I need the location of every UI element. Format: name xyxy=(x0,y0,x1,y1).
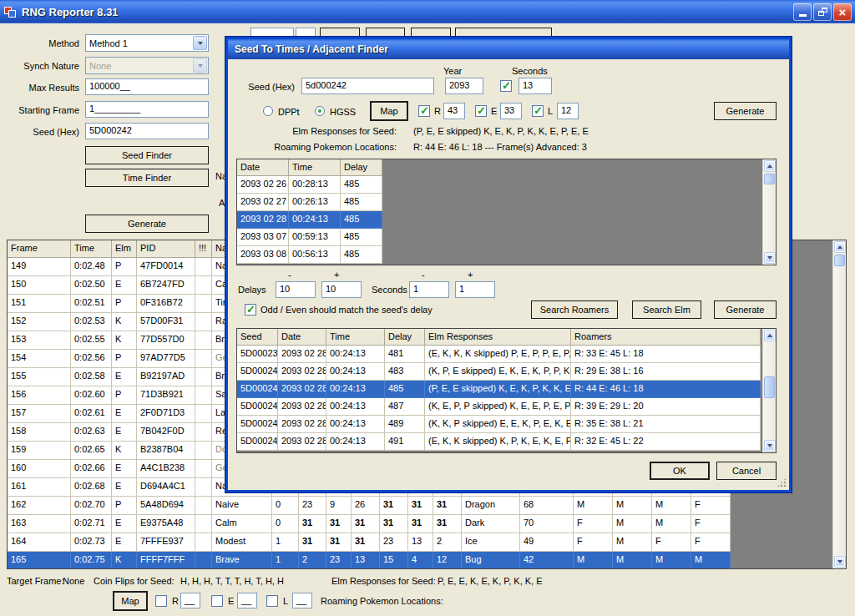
adjacents-table-scrollbar[interactable] xyxy=(762,329,776,452)
footer-e-label: E xyxy=(228,596,234,606)
scroll-down-icon[interactable] xyxy=(834,556,846,568)
cell: Naive xyxy=(212,497,272,515)
table-row[interactable]: 5D0002422093 02 2800:24:13485(P, E, E sk… xyxy=(237,381,762,398)
footer-e-input[interactable]: __ xyxy=(237,593,257,608)
scroll-thumb[interactable] xyxy=(764,174,775,184)
column-header[interactable]: Seed xyxy=(237,329,278,346)
scroll-down-icon[interactable] xyxy=(764,252,776,264)
dialog-e-input[interactable]: 33 xyxy=(500,103,522,119)
seed-finder-button[interactable]: Seed Finder xyxy=(85,146,209,164)
footer-e-checkbox[interactable]: ✓ xyxy=(211,595,223,607)
times-table-scrollbar[interactable] xyxy=(762,159,776,265)
second-minus-input[interactable]: 1 xyxy=(409,281,449,298)
column-header[interactable]: Elm Responses xyxy=(425,329,571,346)
footer-map-button[interactable]: Map xyxy=(113,591,148,611)
table-row[interactable]: 2093 02 2800:24:13485 xyxy=(237,211,762,229)
times-table: DateTimeDelay2093 02 2600:28:134852093 0… xyxy=(236,159,777,265)
table-row[interactable]: 1650:02.75KFFFF7FFFBrave12231315412Bug42… xyxy=(8,552,832,568)
search-roamers-button[interactable]: Search Roamers xyxy=(531,300,618,319)
delay-minus-input[interactable]: 10 xyxy=(276,281,316,298)
close-button[interactable]: × xyxy=(833,3,852,21)
column-header[interactable]: PID xyxy=(137,240,195,258)
cell: 2093 02 28 xyxy=(278,416,326,433)
column-header[interactable]: Time xyxy=(326,329,385,346)
footer-r-checkbox[interactable]: ✓ xyxy=(155,595,167,607)
dialog-seed-input[interactable]: 5d000242 xyxy=(301,78,434,94)
table-row[interactable]: 5D0002482093 02 2800:24:13491(E, K, K sk… xyxy=(237,433,762,451)
cell: B92197AD xyxy=(137,368,195,386)
cell: 00:28:13 xyxy=(289,176,341,194)
scroll-down-icon[interactable] xyxy=(764,440,776,452)
scroll-thumb[interactable] xyxy=(834,255,845,266)
column-header[interactable]: Date xyxy=(237,159,289,176)
search-elm-button[interactable]: Search Elm xyxy=(632,300,701,319)
second-plus-input[interactable]: 1 xyxy=(455,281,495,298)
column-header[interactable]: Date xyxy=(278,329,326,346)
dialog-map-button[interactable]: Map xyxy=(370,101,408,121)
ok-button[interactable]: OK xyxy=(650,462,710,480)
chevron-down-icon[interactable] xyxy=(193,36,207,50)
table-row[interactable]: 1630:02.71EE9375A48Calm0313131313131Dark… xyxy=(8,515,832,533)
table-row[interactable]: 2093 03 0800:56:13485 xyxy=(237,246,762,264)
scroll-up-icon[interactable] xyxy=(764,160,776,172)
column-header[interactable]: Frame xyxy=(8,240,71,258)
delay-plus-input[interactable]: 10 xyxy=(321,281,362,298)
dppt-radio[interactable] xyxy=(263,106,273,116)
year-input[interactable]: 2093 xyxy=(445,78,483,94)
restore-button[interactable] xyxy=(813,3,832,21)
odd-even-checkbox[interactable]: ✓ xyxy=(245,304,256,316)
footer-l-checkbox[interactable]: ✓ xyxy=(266,595,278,607)
delay-minus-label: - xyxy=(288,270,291,280)
table-row[interactable]: 2093 02 2600:28:13485 xyxy=(237,176,762,194)
dialog-generate-button[interactable]: Generate xyxy=(714,102,777,120)
seed-hex-input[interactable]: 5D000242 xyxy=(85,123,209,139)
table-row[interactable]: 5D0002402093 02 2800:24:13483(K, P, E sk… xyxy=(237,363,762,381)
table-row[interactable]: 2093 02 2700:26:13485 xyxy=(237,194,762,211)
hgss-radio[interactable] xyxy=(315,106,325,116)
scroll-up-icon[interactable] xyxy=(834,241,846,253)
column-header[interactable]: Roamers xyxy=(571,329,761,346)
cell: 485 xyxy=(341,229,382,246)
dialog-r-checkbox[interactable]: ✓ xyxy=(418,105,430,117)
time-finder-button[interactable]: Time Finder xyxy=(85,169,209,187)
footer-r-input[interactable]: __ xyxy=(180,593,200,608)
table-row[interactable]: 1640:02.73E7FFFE937Modest131313123132Ice… xyxy=(8,533,832,552)
max-results-input[interactable]: 100000__ xyxy=(85,78,209,95)
cell: 150 xyxy=(8,276,71,295)
table-row[interactable]: 2093 03 0700:59:13485 xyxy=(237,229,762,246)
dialog-generate2-button[interactable]: Generate xyxy=(714,300,777,319)
generate-button[interactable]: Generate xyxy=(85,215,209,233)
dialog-r-input[interactable]: 43 xyxy=(443,103,465,119)
dialog-e-checkbox[interactable]: ✓ xyxy=(475,105,487,117)
dialog-l-input[interactable]: 12 xyxy=(557,103,579,119)
table-row[interactable]: 5D00023E2093 02 2800:24:13481(E, K, K, K… xyxy=(237,346,762,363)
cell: 97AD77D5 xyxy=(137,350,195,368)
column-header[interactable]: Delay xyxy=(341,159,382,176)
clipped-label-ability: A xyxy=(219,198,225,208)
column-header[interactable]: Elm xyxy=(112,240,137,258)
column-header[interactable]: !!! xyxy=(195,240,212,258)
dialog-l-checkbox[interactable]: ✓ xyxy=(532,105,544,117)
cancel-button[interactable]: Cancel xyxy=(716,462,777,480)
delay-plus-label: + xyxy=(334,270,339,280)
seconds-checkbox[interactable]: ✓ xyxy=(500,80,512,92)
cell: R: 33 E: 45 L: 18 xyxy=(571,346,761,363)
resize-grip-icon[interactable] xyxy=(777,477,787,487)
column-header[interactable]: Time xyxy=(289,159,341,176)
cell: M xyxy=(613,515,652,533)
scroll-up-icon[interactable] xyxy=(764,330,776,341)
table-row[interactable]: 5D0002462093 02 2800:24:13489(K, K, P sk… xyxy=(237,416,762,433)
frames-table-scrollbar[interactable] xyxy=(832,240,846,568)
minimize-button[interactable] xyxy=(793,3,812,21)
seconds-input[interactable]: 13 xyxy=(519,78,552,94)
coin-flips-label: Coin Flips for Seed: xyxy=(94,576,175,586)
table-row[interactable]: 1620:02.70P5A48D694Naive023926313131Drag… xyxy=(8,497,832,515)
column-header[interactable]: Delay xyxy=(385,329,425,346)
column-header[interactable]: Time xyxy=(71,240,112,258)
cell: M xyxy=(652,497,691,515)
scroll-thumb[interactable] xyxy=(764,376,775,398)
starting-frame-input[interactable]: 1_________ xyxy=(85,101,209,118)
table-row[interactable]: 5D0002442093 02 2800:24:13487(K, E, P, P… xyxy=(237,398,762,416)
footer-l-input[interactable]: __ xyxy=(292,593,312,608)
method-dropdown[interactable]: Method 1 xyxy=(85,34,209,52)
